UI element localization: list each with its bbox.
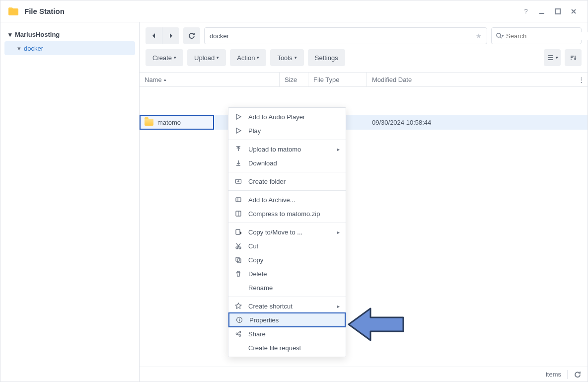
folder-icon xyxy=(145,119,153,126)
context-menu: Add to Audio Player Play Upload to matom… xyxy=(228,107,346,357)
chevron-right-icon: ▸ xyxy=(337,304,340,309)
tree-child-docker[interactable]: ▾ docker xyxy=(4,41,135,55)
annotation-arrow xyxy=(348,306,405,342)
selected-folder[interactable]: matomo xyxy=(140,115,214,130)
help-button[interactable]: ? xyxy=(519,4,533,18)
breadcrumb-path: docker xyxy=(210,32,229,40)
toolbar-actions: Create▾ Upload▾ Action▾ Tools▾ Settings … xyxy=(140,44,588,72)
trash-icon xyxy=(234,270,242,278)
play-add-icon xyxy=(234,113,242,121)
menu-create-folder[interactable]: Create folder xyxy=(228,174,346,188)
menu-file-request[interactable]: Create file request xyxy=(228,341,346,355)
tools-button[interactable]: Tools▾ xyxy=(270,49,303,66)
col-options[interactable]: ⋮ xyxy=(575,76,588,83)
star-icon xyxy=(234,302,242,310)
new-folder-icon xyxy=(234,177,242,185)
menu-share[interactable]: Share xyxy=(228,327,346,341)
menu-copy-move[interactable]: Copy to/Move to ... ▸ xyxy=(228,225,346,239)
maximize-button[interactable] xyxy=(551,4,565,18)
app-icon xyxy=(7,5,19,17)
col-date[interactable]: Modified Date xyxy=(367,73,575,86)
share-icon xyxy=(234,330,242,338)
copy-icon xyxy=(234,256,242,264)
search-box[interactable]: ▾ xyxy=(491,27,582,44)
view-list-button[interactable]: ▾ xyxy=(544,49,561,66)
minimize-button[interactable] xyxy=(535,4,549,18)
menu-add-archive[interactable]: Add to Archive... xyxy=(228,193,346,207)
upload-button[interactable]: Upload▾ xyxy=(187,49,226,66)
favorite-star-icon[interactable]: ★ xyxy=(476,32,482,40)
col-name[interactable]: Name▴ xyxy=(140,73,280,86)
chevron-right-icon: ▸ xyxy=(337,147,340,152)
close-button[interactable] xyxy=(567,4,581,18)
tree-child-label: docker xyxy=(24,45,43,52)
menu-delete[interactable]: Delete xyxy=(228,267,346,281)
menu-upload-to[interactable]: Upload to matomo ▸ xyxy=(228,142,346,156)
chevron-right-icon: ▸ xyxy=(337,229,340,235)
menu-cut[interactable]: Cut xyxy=(228,239,346,253)
app-title: File Station xyxy=(24,7,65,15)
caret-down-icon: ▾ xyxy=(8,31,12,38)
column-headers: Name▴ Size File Type Modified Date ⋮ xyxy=(140,72,588,87)
caret-down-icon: ▾ xyxy=(17,45,21,52)
sort-asc-icon: ▴ xyxy=(164,77,166,82)
svg-rect-2 xyxy=(555,9,560,14)
action-button[interactable]: Action▾ xyxy=(230,49,266,66)
tree-root[interactable]: ▾ MariusHosting xyxy=(4,27,135,41)
svg-text:?: ? xyxy=(524,7,527,15)
svg-point-14 xyxy=(239,331,241,333)
menu-download[interactable]: Download xyxy=(228,156,346,170)
breadcrumb[interactable]: docker ★ xyxy=(204,27,487,44)
search-input[interactable] xyxy=(506,32,588,40)
settings-button[interactable]: Settings xyxy=(308,49,345,66)
svg-point-15 xyxy=(239,335,241,337)
blank-icon xyxy=(234,284,242,292)
svg-rect-1 xyxy=(539,13,544,14)
create-button[interactable]: Create▾ xyxy=(146,49,183,66)
play-icon xyxy=(234,127,242,135)
menu-add-audio[interactable]: Add to Audio Player xyxy=(228,110,346,124)
info-icon xyxy=(235,316,243,324)
blank-icon xyxy=(234,344,242,352)
zip-icon xyxy=(234,210,242,218)
toolbar-nav: docker ★ ▾ xyxy=(140,22,588,44)
tree-root-label: MariusHosting xyxy=(15,31,60,38)
refresh-icon[interactable] xyxy=(574,371,582,379)
menu-rename[interactable]: Rename xyxy=(228,281,346,295)
menu-play[interactable]: Play xyxy=(228,124,346,138)
nav-forward-button[interactable] xyxy=(162,27,179,44)
archive-icon xyxy=(234,196,242,204)
search-caret-icon[interactable]: ▾ xyxy=(502,33,504,38)
col-type[interactable]: File Type xyxy=(308,73,367,86)
menu-properties[interactable]: Properties xyxy=(228,312,346,327)
row-date: 09/30/2024 10:58:44 xyxy=(367,119,588,126)
refresh-button[interactable] xyxy=(183,27,200,44)
upload-icon xyxy=(234,145,242,153)
cut-icon xyxy=(234,242,242,250)
move-icon xyxy=(234,228,242,236)
status-items: items xyxy=(546,371,561,378)
col-size[interactable]: Size xyxy=(280,73,308,86)
sidebar: ▾ MariusHosting ▾ docker xyxy=(0,22,140,382)
nav-group xyxy=(146,27,179,44)
row-name: matomo xyxy=(157,119,181,126)
svg-point-3 xyxy=(497,33,501,37)
menu-compress[interactable]: Compress to matomo.zip xyxy=(228,207,346,221)
sort-button[interactable] xyxy=(565,49,582,66)
svg-rect-7 xyxy=(236,229,240,234)
svg-point-13 xyxy=(236,333,238,335)
titlebar: File Station ? xyxy=(0,0,588,22)
menu-copy[interactable]: Copy xyxy=(228,253,346,267)
menu-shortcut[interactable]: Create shortcut ▸ xyxy=(228,299,346,313)
nav-back-button[interactable] xyxy=(146,27,162,44)
download-icon xyxy=(234,159,242,167)
statusbar: items xyxy=(140,367,588,382)
svg-rect-5 xyxy=(236,198,241,202)
